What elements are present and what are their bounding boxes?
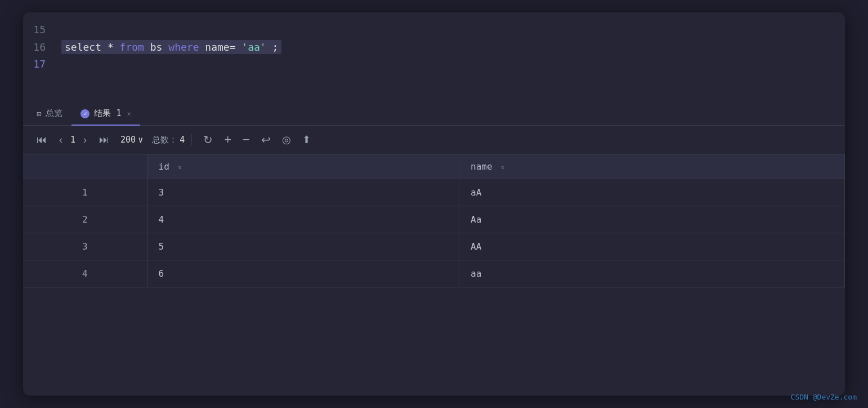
last-page-button[interactable]: ⏭: [95, 132, 114, 148]
refresh-button[interactable]: ↻: [199, 131, 217, 149]
limit-value: 200: [120, 135, 136, 145]
total-value: 4: [180, 135, 185, 145]
code-highlight-block: select * from bs where name= 'aa' ;: [61, 40, 281, 54]
code-line-16[interactable]: 16 select * from bs where name= 'aa': [23, 39, 845, 56]
tab-overview[interactable]: ⊡ 总览: [28, 103, 71, 126]
cell-rownum: 1: [23, 179, 147, 206]
table-body: 13aA24Aa35AA46aa: [23, 179, 845, 287]
upload-button[interactable]: ⬆: [298, 131, 315, 148]
cell-name: Aa: [459, 206, 845, 233]
toolbar: ⏮ ‹ 1 › ⏭ 200 ∨ 总数： 4 ↻ + − ↩ ◎ ⬆: [23, 126, 845, 154]
table-row[interactable]: 13aA: [23, 179, 845, 206]
view-button[interactable]: ◎: [278, 131, 296, 148]
cell-name: AA: [459, 233, 845, 260]
sort-name-icon[interactable]: ⇅: [501, 164, 504, 170]
page-number: 1: [70, 135, 75, 145]
table-area: id ⇅ name ⇅ 13aA24Aa35AA46aa: [23, 154, 845, 287]
keyword-select: select: [65, 41, 101, 53]
check-icon: ✓: [80, 109, 90, 118]
keyword-col: name=: [205, 41, 235, 53]
cell-rownum: 2: [23, 206, 147, 233]
keyword-table: bs: [150, 41, 163, 53]
undo-button[interactable]: ↩: [257, 131, 275, 149]
add-row-button[interactable]: +: [220, 130, 236, 149]
code-area: 15 16 select * from bs where name=: [23, 12, 845, 103]
tab-result1-label: 结果 1: [94, 108, 121, 119]
tab-result1[interactable]: ✓ 结果 1 ×: [71, 103, 140, 126]
table-icon: ⊡: [37, 109, 41, 118]
editor-container: 15 16 select * from bs where name=: [23, 12, 845, 396]
table-header-row: id ⇅ name ⇅: [23, 154, 845, 179]
toolbar-divider: [191, 134, 192, 145]
code-line-15: 15: [23, 21, 845, 39]
total-label: 总数：: [152, 135, 177, 145]
column-header-id[interactable]: id ⇅: [147, 154, 459, 179]
keyword-star: *: [108, 41, 114, 53]
keyword-where: where: [168, 41, 199, 53]
keyword-semi: ;: [272, 41, 279, 53]
table-row[interactable]: 46aa: [23, 260, 845, 287]
next-page-button[interactable]: ›: [79, 132, 91, 148]
column-header-rownum: [23, 154, 147, 179]
column-header-name[interactable]: name ⇅: [459, 154, 845, 179]
table-row[interactable]: 24Aa: [23, 206, 845, 233]
watermark: CSDN @DevZe.com: [791, 393, 857, 401]
line-number-15: 15: [23, 21, 57, 39]
cell-id: 3: [147, 179, 459, 206]
cell-name: aA: [459, 179, 845, 206]
tab-overview-label: 总览: [46, 108, 62, 119]
prev-page-button[interactable]: ‹: [55, 132, 67, 148]
sort-id-icon[interactable]: ⇅: [178, 164, 181, 170]
page-info: ⏮ ‹ 1 › ⏭: [32, 132, 114, 148]
limit-arrow-icon: ∨: [138, 135, 143, 145]
first-page-button[interactable]: ⏮: [32, 132, 51, 148]
cell-id: 6: [147, 260, 459, 287]
cell-name: aa: [459, 260, 845, 287]
cell-rownum: 4: [23, 260, 147, 287]
cell-rownum: 3: [23, 233, 147, 260]
line-number-16: 16: [23, 39, 57, 56]
page-limit[interactable]: 200 ∨: [120, 135, 143, 145]
results-table: id ⇅ name ⇅ 13aA24Aa35AA46aa: [23, 154, 845, 287]
cell-id: 4: [147, 206, 459, 233]
code-line-17: 17: [23, 56, 845, 73]
line-number-17: 17: [23, 56, 57, 73]
cell-id: 5: [147, 233, 459, 260]
remove-row-button[interactable]: −: [238, 130, 254, 149]
keyword-from: from: [120, 41, 144, 53]
keyword-string: 'aa': [241, 41, 266, 53]
table-row[interactable]: 35AA: [23, 233, 845, 260]
tabs-bar: ⊡ 总览 ✓ 结果 1 ×: [23, 103, 845, 126]
tab-close-icon[interactable]: ×: [127, 110, 131, 118]
